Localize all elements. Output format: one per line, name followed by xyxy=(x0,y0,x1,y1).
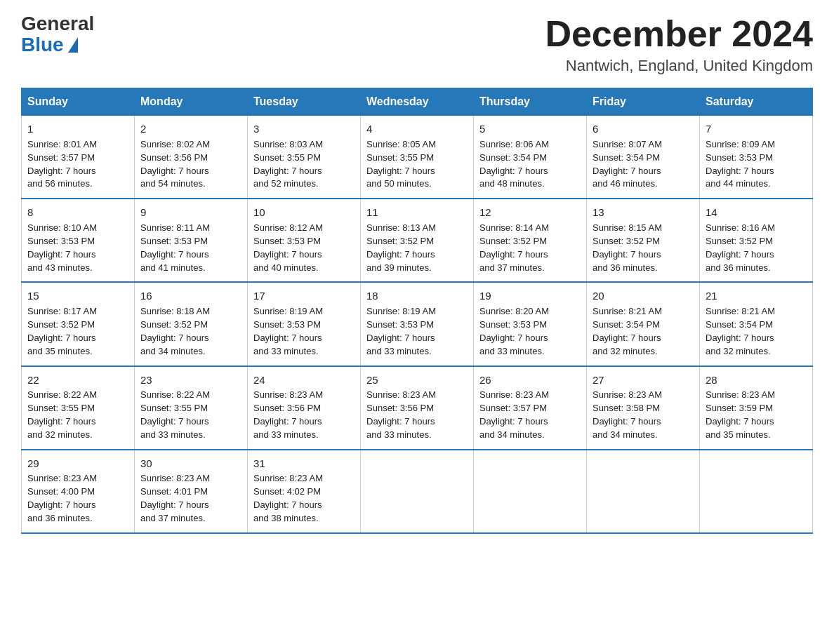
calendar-cell xyxy=(474,450,587,533)
day-info: Sunrise: 8:22 AMSunset: 3:55 PMDaylight:… xyxy=(140,389,241,441)
calendar-cell: 26Sunrise: 8:23 AMSunset: 3:57 PMDayligh… xyxy=(474,366,587,450)
calendar-cell: 20Sunrise: 8:21 AMSunset: 3:54 PMDayligh… xyxy=(587,282,700,365)
calendar-cell: 1Sunrise: 8:01 AMSunset: 3:57 PMDaylight… xyxy=(22,116,135,199)
day-info: Sunrise: 8:22 AMSunset: 3:55 PMDaylight:… xyxy=(27,389,128,441)
calendar-week-5: 29Sunrise: 8:23 AMSunset: 4:00 PMDayligh… xyxy=(22,450,813,533)
col-header-saturday: Saturday xyxy=(700,88,813,116)
col-header-friday: Friday xyxy=(587,88,700,116)
calendar-week-3: 15Sunrise: 8:17 AMSunset: 3:52 PMDayligh… xyxy=(22,282,813,365)
logo-general-text: General xyxy=(21,14,94,34)
day-number: 3 xyxy=(253,121,355,137)
day-info: Sunrise: 8:05 AMSunset: 3:55 PMDaylight:… xyxy=(366,138,468,191)
day-number: 18 xyxy=(366,288,468,304)
calendar-cell: 19Sunrise: 8:20 AMSunset: 3:53 PMDayligh… xyxy=(474,282,587,365)
day-info: Sunrise: 8:23 AMSunset: 3:57 PMDaylight:… xyxy=(479,389,581,441)
day-number: 4 xyxy=(366,121,468,137)
day-info: Sunrise: 8:12 AMSunset: 3:53 PMDaylight:… xyxy=(253,222,355,274)
day-number: 7 xyxy=(706,121,807,137)
day-info: Sunrise: 8:06 AMSunset: 3:54 PMDaylight:… xyxy=(479,138,581,191)
day-info: Sunrise: 8:18 AMSunset: 3:52 PMDaylight:… xyxy=(140,305,241,358)
day-info: Sunrise: 8:21 AMSunset: 3:54 PMDaylight:… xyxy=(593,305,694,358)
calendar-cell: 11Sunrise: 8:13 AMSunset: 3:52 PMDayligh… xyxy=(361,199,474,282)
day-number: 31 xyxy=(253,456,355,471)
calendar-cell: 16Sunrise: 8:18 AMSunset: 3:52 PMDayligh… xyxy=(135,282,248,365)
page-header: General Blue December 2024 Nantwich, Eng… xyxy=(21,14,813,75)
calendar-cell: 15Sunrise: 8:17 AMSunset: 3:52 PMDayligh… xyxy=(22,282,135,365)
day-info: Sunrise: 8:23 AMSunset: 3:56 PMDaylight:… xyxy=(253,389,355,441)
calendar-cell: 31Sunrise: 8:23 AMSunset: 4:02 PMDayligh… xyxy=(248,450,361,533)
calendar-cell xyxy=(361,450,474,533)
col-header-monday: Monday xyxy=(135,88,248,116)
calendar-cell: 14Sunrise: 8:16 AMSunset: 3:52 PMDayligh… xyxy=(700,199,813,282)
calendar-cell: 28Sunrise: 8:23 AMSunset: 3:59 PMDayligh… xyxy=(700,366,813,450)
logo-triangle-icon xyxy=(68,37,78,53)
day-number: 10 xyxy=(253,205,355,220)
calendar-cell: 3Sunrise: 8:03 AMSunset: 3:55 PMDaylight… xyxy=(248,116,361,199)
col-header-wednesday: Wednesday xyxy=(361,88,474,116)
day-number: 16 xyxy=(140,288,241,304)
day-number: 22 xyxy=(27,373,128,388)
calendar-cell: 27Sunrise: 8:23 AMSunset: 3:58 PMDayligh… xyxy=(587,366,700,450)
logo-blue-text: Blue xyxy=(21,34,78,56)
calendar-cell: 9Sunrise: 8:11 AMSunset: 3:53 PMDaylight… xyxy=(135,199,248,282)
day-number: 23 xyxy=(140,373,241,388)
title-block: December 2024 Nantwich, England, United … xyxy=(545,14,813,75)
day-number: 8 xyxy=(27,205,128,220)
day-info: Sunrise: 8:13 AMSunset: 3:52 PMDaylight:… xyxy=(366,222,468,274)
calendar-cell xyxy=(587,450,700,533)
calendar-table: SundayMondayTuesdayWednesdayThursdayFrid… xyxy=(21,88,813,534)
day-info: Sunrise: 8:11 AMSunset: 3:53 PMDaylight:… xyxy=(140,222,241,274)
day-number: 15 xyxy=(27,288,128,304)
calendar-cell: 23Sunrise: 8:22 AMSunset: 3:55 PMDayligh… xyxy=(135,366,248,450)
day-info: Sunrise: 8:01 AMSunset: 3:57 PMDaylight:… xyxy=(27,138,128,191)
day-info: Sunrise: 8:21 AMSunset: 3:54 PMDaylight:… xyxy=(706,305,807,358)
calendar-cell: 6Sunrise: 8:07 AMSunset: 3:54 PMDaylight… xyxy=(587,116,700,199)
month-title: December 2024 xyxy=(545,14,813,54)
day-number: 26 xyxy=(479,373,581,388)
col-header-tuesday: Tuesday xyxy=(248,88,361,116)
day-info: Sunrise: 8:23 AMSunset: 3:59 PMDaylight:… xyxy=(706,389,807,441)
col-header-sunday: Sunday xyxy=(22,88,135,116)
day-info: Sunrise: 8:19 AMSunset: 3:53 PMDaylight:… xyxy=(253,305,355,358)
day-number: 11 xyxy=(366,205,468,220)
calendar-cell: 7Sunrise: 8:09 AMSunset: 3:53 PMDaylight… xyxy=(700,116,813,199)
day-number: 13 xyxy=(593,205,694,220)
day-info: Sunrise: 8:23 AMSunset: 4:02 PMDaylight:… xyxy=(253,472,355,525)
calendar-cell: 12Sunrise: 8:14 AMSunset: 3:52 PMDayligh… xyxy=(474,199,587,282)
calendar-cell: 4Sunrise: 8:05 AMSunset: 3:55 PMDaylight… xyxy=(361,116,474,199)
day-number: 6 xyxy=(593,121,694,137)
calendar-header: SundayMondayTuesdayWednesdayThursdayFrid… xyxy=(22,88,813,116)
day-info: Sunrise: 8:14 AMSunset: 3:52 PMDaylight:… xyxy=(479,222,581,274)
col-header-thursday: Thursday xyxy=(474,88,587,116)
logo: General Blue xyxy=(21,14,94,56)
day-info: Sunrise: 8:16 AMSunset: 3:52 PMDaylight:… xyxy=(706,222,807,274)
calendar-week-2: 8Sunrise: 8:10 AMSunset: 3:53 PMDaylight… xyxy=(22,199,813,282)
day-number: 17 xyxy=(253,288,355,304)
day-number: 1 xyxy=(27,121,128,137)
day-number: 25 xyxy=(366,373,468,388)
calendar-cell: 13Sunrise: 8:15 AMSunset: 3:52 PMDayligh… xyxy=(587,199,700,282)
day-number: 14 xyxy=(706,205,807,220)
day-info: Sunrise: 8:10 AMSunset: 3:53 PMDaylight:… xyxy=(27,222,128,274)
day-number: 27 xyxy=(593,373,694,388)
calendar-cell xyxy=(700,450,813,533)
day-number: 5 xyxy=(479,121,581,137)
day-info: Sunrise: 8:19 AMSunset: 3:53 PMDaylight:… xyxy=(366,305,468,358)
day-info: Sunrise: 8:23 AMSunset: 4:01 PMDaylight:… xyxy=(140,472,241,525)
day-info: Sunrise: 8:23 AMSunset: 3:58 PMDaylight:… xyxy=(593,389,694,441)
calendar-cell: 17Sunrise: 8:19 AMSunset: 3:53 PMDayligh… xyxy=(248,282,361,365)
day-number: 19 xyxy=(479,288,581,304)
calendar-cell: 24Sunrise: 8:23 AMSunset: 3:56 PMDayligh… xyxy=(248,366,361,450)
calendar-cell: 8Sunrise: 8:10 AMSunset: 3:53 PMDaylight… xyxy=(22,199,135,282)
day-info: Sunrise: 8:17 AMSunset: 3:52 PMDaylight:… xyxy=(27,305,128,358)
day-info: Sunrise: 8:02 AMSunset: 3:56 PMDaylight:… xyxy=(140,138,241,191)
day-number: 12 xyxy=(479,205,581,220)
calendar-cell: 10Sunrise: 8:12 AMSunset: 3:53 PMDayligh… xyxy=(248,199,361,282)
day-number: 20 xyxy=(593,288,694,304)
day-number: 30 xyxy=(140,456,241,471)
location-title: Nantwich, England, United Kingdom xyxy=(545,57,813,75)
day-info: Sunrise: 8:07 AMSunset: 3:54 PMDaylight:… xyxy=(593,138,694,191)
calendar-week-4: 22Sunrise: 8:22 AMSunset: 3:55 PMDayligh… xyxy=(22,366,813,450)
calendar-cell: 29Sunrise: 8:23 AMSunset: 4:00 PMDayligh… xyxy=(22,450,135,533)
calendar-cell: 21Sunrise: 8:21 AMSunset: 3:54 PMDayligh… xyxy=(700,282,813,365)
